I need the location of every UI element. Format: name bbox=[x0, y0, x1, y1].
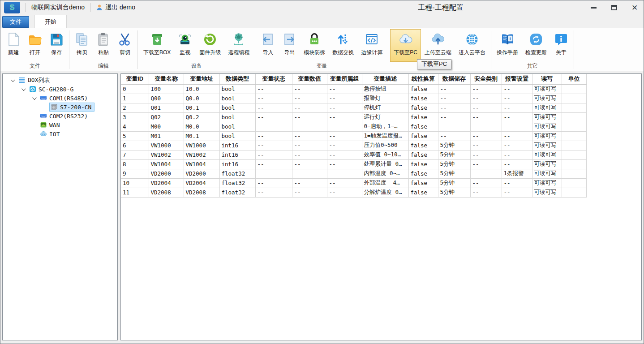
table-cell[interactable]: I0.0 bbox=[184, 84, 219, 94]
table-cell[interactable]: 内部温度 0~… bbox=[362, 169, 408, 178]
table-row[interactable]: 0I00I0.0bool------急停按钮false------可读可写 bbox=[121, 84, 586, 94]
column-header[interactable]: 变量状态 bbox=[255, 74, 292, 84]
table-cell[interactable]: -- bbox=[255, 141, 292, 150]
table-row[interactable]: 4M00M0.0bool------0=启动，1=…false------可读可… bbox=[121, 122, 586, 131]
table-cell[interactable]: VW1000 bbox=[149, 141, 184, 150]
table-cell[interactable]: -- bbox=[502, 150, 532, 159]
table-cell[interactable]: 可读可写 bbox=[532, 94, 562, 103]
table-cell[interactable]: -- bbox=[292, 141, 327, 150]
table-cell[interactable]: VW1002 bbox=[184, 150, 219, 159]
table-cell[interactable]: 0 bbox=[121, 84, 149, 94]
table-cell[interactable]: -- bbox=[292, 103, 327, 112]
table-cell[interactable]: false bbox=[408, 112, 438, 122]
column-header[interactable]: 变量所属组 bbox=[327, 74, 362, 84]
table-cell[interactable]: -- bbox=[327, 141, 362, 150]
table-cell[interactable] bbox=[562, 84, 586, 94]
table-cell[interactable]: false bbox=[408, 159, 438, 169]
table-cell[interactable]: 5分钟 bbox=[438, 188, 470, 197]
column-header[interactable]: 报警设置 bbox=[502, 74, 532, 84]
table-cell[interactable]: -- bbox=[255, 103, 292, 112]
table-cell[interactable]: false bbox=[408, 122, 438, 131]
table-cell[interactable]: false bbox=[408, 178, 438, 188]
table-cell[interactable]: VD2008 bbox=[184, 188, 219, 197]
table-cell[interactable] bbox=[562, 150, 586, 159]
table-cell[interactable]: -- bbox=[502, 112, 532, 122]
new-button[interactable]: 新建 bbox=[3, 29, 24, 62]
table-cell[interactable]: float32 bbox=[219, 188, 255, 197]
table-row[interactable]: 6VW1000VW1000int16------压力值0~500false5分钟… bbox=[121, 141, 586, 150]
table-cell[interactable]: M0.0 bbox=[184, 122, 219, 131]
table-row[interactable]: 11VD2008VD2008float32------分解炉温度 0…false… bbox=[121, 188, 586, 197]
table-cell[interactable]: false bbox=[408, 103, 438, 112]
table-cell[interactable]: -- bbox=[502, 178, 532, 188]
table-cell[interactable] bbox=[562, 188, 586, 197]
table-cell[interactable]: 分解炉温度 0… bbox=[362, 188, 408, 197]
table-cell[interactable]: -- bbox=[292, 131, 327, 141]
table-cell[interactable]: Q0.1 bbox=[184, 103, 219, 112]
table-cell[interactable] bbox=[562, 122, 586, 131]
table-cell[interactable]: -- bbox=[470, 103, 502, 112]
table-cell[interactable]: false bbox=[408, 131, 438, 141]
minimize-button[interactable] bbox=[590, 4, 597, 11]
column-header[interactable]: 变量名称 bbox=[149, 74, 184, 84]
upload-to-cloud-button[interactable]: 上传至云端 bbox=[421, 29, 455, 62]
table-cell[interactable]: 1 bbox=[121, 94, 149, 103]
table-cell[interactable]: false bbox=[408, 188, 438, 197]
table-cell[interactable]: VD2008 bbox=[149, 188, 184, 197]
table-cell[interactable]: -- bbox=[327, 188, 362, 197]
table-cell[interactable]: -- bbox=[470, 188, 502, 197]
table-cell[interactable]: -- bbox=[502, 94, 532, 103]
tree-item[interactable]: BOX列表 bbox=[17, 75, 53, 85]
tree-item[interactable]: WAN bbox=[39, 120, 63, 129]
table-cell[interactable]: VW1000 bbox=[184, 141, 219, 150]
tab-home[interactable]: 开始 bbox=[34, 15, 67, 28]
column-header[interactable]: 变量数值 bbox=[292, 74, 327, 84]
tree-item[interactable]: SC-GH280-G bbox=[28, 85, 77, 94]
table-cell[interactable]: -- bbox=[327, 122, 362, 131]
tree-item[interactable]: COM2(RS232) bbox=[39, 112, 91, 120]
table-cell[interactable]: -- bbox=[502, 103, 532, 112]
column-header[interactable]: 变量描述 bbox=[362, 74, 408, 84]
table-cell[interactable] bbox=[562, 169, 586, 178]
table-cell[interactable]: 5分钟 bbox=[438, 169, 470, 178]
table-cell[interactable]: -- bbox=[470, 169, 502, 178]
column-header[interactable]: 安全类别 bbox=[470, 74, 502, 84]
table-cell[interactable]: -- bbox=[292, 84, 327, 94]
table-cell[interactable]: false bbox=[408, 169, 438, 178]
table-cell[interactable] bbox=[562, 94, 586, 103]
table-cell[interactable]: -- bbox=[502, 131, 532, 141]
table-cell[interactable]: -- bbox=[292, 112, 327, 122]
table-cell[interactable]: false bbox=[408, 150, 438, 159]
table-cell[interactable]: -- bbox=[470, 122, 502, 131]
table-cell[interactable]: 可读可写 bbox=[532, 122, 562, 131]
table-cell[interactable]: M0.1 bbox=[184, 131, 219, 141]
table-cell[interactable]: 5分钟 bbox=[438, 141, 470, 150]
column-header[interactable]: 读写 bbox=[532, 74, 562, 84]
table-cell[interactable]: -- bbox=[470, 94, 502, 103]
table-cell[interactable]: -- bbox=[327, 178, 362, 188]
table-cell[interactable]: -- bbox=[255, 131, 292, 141]
table-cell[interactable]: -- bbox=[255, 159, 292, 169]
table-cell[interactable]: M00 bbox=[149, 122, 184, 131]
table-cell[interactable]: -- bbox=[292, 150, 327, 159]
table-cell[interactable] bbox=[562, 131, 586, 141]
table-cell[interactable]: 5分钟 bbox=[438, 150, 470, 159]
table-cell[interactable]: Q0.0 bbox=[184, 94, 219, 103]
check-update-button[interactable]: 检查更新 bbox=[522, 29, 550, 62]
table-cell[interactable]: VD2000 bbox=[149, 169, 184, 178]
open-button[interactable]: 打开 bbox=[24, 29, 46, 62]
table-cell[interactable]: float32 bbox=[219, 169, 255, 178]
table-cell[interactable]: int16 bbox=[219, 141, 255, 150]
manual-button[interactable]: 操作手册 bbox=[493, 29, 522, 62]
save-button[interactable]: 保存 bbox=[46, 29, 67, 62]
about-button[interactable]: 关于 bbox=[550, 29, 572, 62]
firmware-upgrade-button[interactable]: 固件升级 bbox=[196, 29, 224, 62]
table-cell[interactable]: VW1004 bbox=[184, 159, 219, 169]
table-cell[interactable] bbox=[562, 159, 586, 169]
table-cell[interactable]: 可读可写 bbox=[532, 112, 562, 122]
table-cell[interactable]: -- bbox=[255, 169, 292, 178]
table-row[interactable]: 10VD2004VD2004float32------外部温度 -4…false… bbox=[121, 178, 586, 188]
table-cell[interactable]: -- bbox=[502, 159, 532, 169]
table-cell[interactable]: -- bbox=[327, 169, 362, 178]
table-cell[interactable]: -- bbox=[292, 178, 327, 188]
